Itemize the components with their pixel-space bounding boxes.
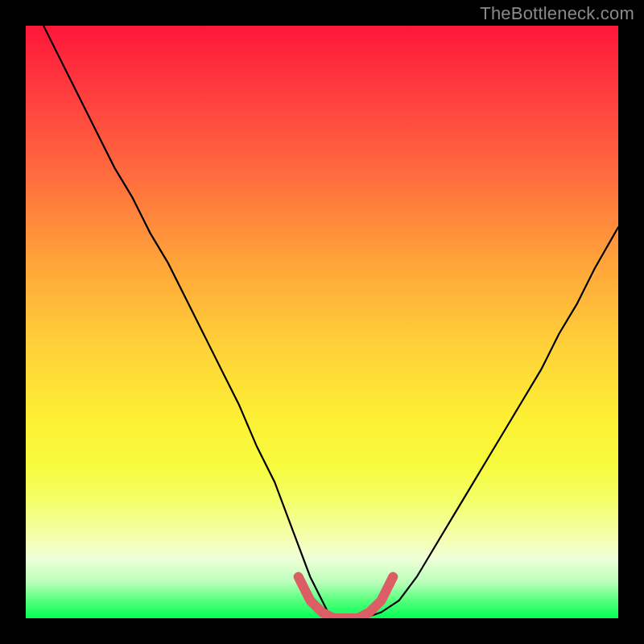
watermark-text: TheBottleneck.com: [480, 3, 634, 24]
bottleneck-curve: [26, 26, 618, 618]
plot-area: [26, 26, 618, 618]
chart-frame: TheBottleneck.com: [0, 0, 644, 644]
